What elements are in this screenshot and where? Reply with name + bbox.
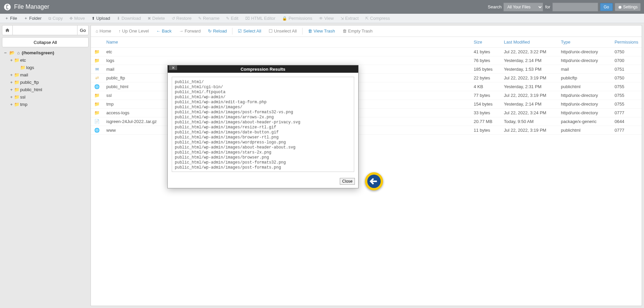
expand-toggle-icon[interactable]: + — [9, 57, 13, 64]
file-modified: Yesterday, 2:14 PM — [500, 56, 557, 65]
upload-button[interactable]: ⬆Upload — [88, 14, 113, 22]
file-type: httpd/unix-directory — [557, 109, 611, 117]
compress-button[interactable]: ⇱Compress — [362, 14, 393, 22]
search-scope-select[interactable]: All Your Files — [503, 3, 543, 11]
folder-icon: 📁 — [14, 80, 19, 85]
tree-node-etc[interactable]: +📁etc — [9, 58, 26, 63]
search-input[interactable] — [552, 3, 598, 11]
delete-button[interactable]: ✖Delete — [144, 14, 168, 22]
dialog-header[interactable]: ✕ Compression Results — [168, 65, 358, 73]
settings-button[interactable]: Settings — [615, 3, 641, 11]
restore-button[interactable]: ↺Restore — [168, 14, 195, 22]
mail-icon: ✉ — [95, 67, 99, 72]
expand-toggle-icon[interactable]: + — [9, 101, 13, 108]
file-type: publichtml — [557, 82, 611, 91]
tree-node-tmp[interactable]: +📁tmp — [9, 102, 28, 107]
gear-icon — [618, 5, 622, 9]
col-type[interactable]: Type — [557, 37, 611, 48]
file-perm: 0755 — [611, 82, 642, 91]
address-input[interactable] — [13, 25, 77, 35]
copy-button[interactable]: ⧉Copy — [45, 14, 66, 22]
file-icon: 📄 — [94, 119, 100, 124]
move-button[interactable]: ✥Move — [66, 14, 88, 22]
file-size: 11 bytes — [470, 126, 500, 135]
delete-icon: ✖ — [148, 16, 151, 21]
select-all-button[interactable]: ☑Select All — [234, 27, 264, 35]
collapse-toggle-icon[interactable]: − — [3, 49, 7, 57]
reload-icon: ↻ — [208, 28, 212, 34]
extract-button[interactable]: ⇲Extract — [337, 14, 362, 22]
download-button[interactable]: ⬇Download — [113, 14, 144, 22]
tree-node-logs[interactable]: 📁logs — [15, 65, 34, 70]
folder-icon: 📁 — [94, 93, 100, 98]
collapse-all-button[interactable]: Collapse All — [2, 37, 89, 47]
dialog-close-button[interactable]: Close — [340, 178, 355, 185]
table-row[interactable]: 📁logs76 bytesYesterday, 2:14 PMhttpd/uni… — [91, 56, 642, 65]
back-button[interactable]: ←Back — [153, 27, 175, 35]
tree-node-public_html[interactable]: +📁public_html — [9, 87, 42, 92]
file-perm: 0644 — [611, 117, 642, 126]
dialog-footer: Close — [168, 176, 358, 188]
file-button[interactable]: ＋File — [1, 14, 20, 22]
dialog-close-x[interactable]: ✕ — [169, 65, 177, 70]
expand-toggle-icon[interactable]: + — [9, 79, 13, 86]
left-arrow-icon — [370, 177, 378, 186]
home-icon: ⌂ — [96, 28, 98, 34]
tree-node-ssl[interactable]: +📁ssl — [9, 95, 25, 100]
folder-link-icon: ⇄ — [95, 75, 99, 80]
folder-button[interactable]: ＋Folder — [20, 14, 45, 22]
expand-toggle-icon[interactable]: + — [9, 71, 13, 79]
reload-button[interactable]: ↻Reload — [205, 27, 230, 35]
compression-output[interactable]: public_html/ public_html/cgi-bin/ public… — [172, 77, 354, 172]
for-label: for — [545, 4, 550, 9]
tree-root[interactable]: − 📂 ⌂ (/home/isgreen) — [3, 50, 54, 55]
file-perm: 0777 — [611, 109, 642, 117]
up-arrow-icon: ↑ — [119, 28, 121, 34]
col-size[interactable]: Size — [470, 37, 500, 48]
rename-button[interactable]: ✎Rename — [195, 14, 223, 22]
dialog-title: Compression Results — [240, 67, 285, 72]
search-area: Search All Your Files for Go Settings — [488, 3, 641, 11]
file-size: 4 KB — [470, 82, 500, 91]
plus-icon: ＋ — [24, 15, 28, 21]
file-perm: 0777 — [611, 126, 642, 135]
unselect-all-button[interactable]: ☐Unselect All — [265, 27, 300, 35]
file-size: 33 bytes — [470, 109, 500, 117]
edit-button[interactable]: ✎Edit — [223, 14, 241, 22]
file-perm: 0751 — [611, 65, 642, 74]
view-button[interactable]: 👁View — [316, 14, 337, 22]
col-name[interactable]: Name — [103, 37, 470, 48]
forward-button[interactable]: →Forward — [175, 27, 204, 35]
file-perm: 0750 — [611, 74, 642, 82]
expand-toggle-icon[interactable]: + — [9, 86, 13, 94]
empty-trash-button[interactable]: 🗑Empty Trash — [339, 27, 376, 35]
address-home-button[interactable] — [2, 25, 13, 35]
home-button[interactable]: ⌂Home — [92, 27, 115, 35]
col-permissions[interactable]: Permissions — [611, 37, 642, 48]
tree-node-mail[interactable]: +📁mail — [9, 72, 28, 77]
eye-icon: 👁 — [319, 16, 323, 21]
search-go-button[interactable]: Go — [600, 3, 613, 11]
address-go-button[interactable]: Go — [77, 25, 89, 35]
col-modified[interactable]: Last Modified — [500, 37, 557, 48]
col-icon[interactable] — [91, 37, 103, 48]
html-editor-button[interactable]: ⌧HTML Editor — [242, 14, 279, 22]
move-icon: ✥ — [69, 16, 73, 21]
file-modified: Yesterday, 1:53 PM — [500, 65, 557, 74]
expand-toggle-icon[interactable]: + — [9, 94, 13, 101]
home-icon — [5, 28, 10, 33]
file-size: 77 bytes — [470, 91, 500, 100]
separator — [302, 28, 303, 35]
tree-node-public_ftp[interactable]: +📁public_ftp — [9, 80, 39, 85]
table-row[interactable]: 📁etc41 bytesJul 22, 2022, 3:22 PMhttpd/u… — [91, 48, 642, 56]
permissions-button[interactable]: 🔒Permissions — [279, 14, 316, 22]
file-name: etc — [103, 48, 470, 56]
up-one-level-button[interactable]: ↑Up One Level — [115, 27, 152, 35]
folder-icon: 📁 — [14, 72, 19, 77]
compress-icon: ⇱ — [365, 16, 369, 21]
globe-link-icon: 🌐 — [94, 128, 100, 133]
extract-icon: ⇲ — [340, 16, 344, 21]
view-trash-button[interactable]: 🗑View Trash — [305, 27, 338, 35]
forward-arrow-icon: → — [179, 28, 183, 34]
file-size: 154 bytes — [470, 100, 500, 109]
